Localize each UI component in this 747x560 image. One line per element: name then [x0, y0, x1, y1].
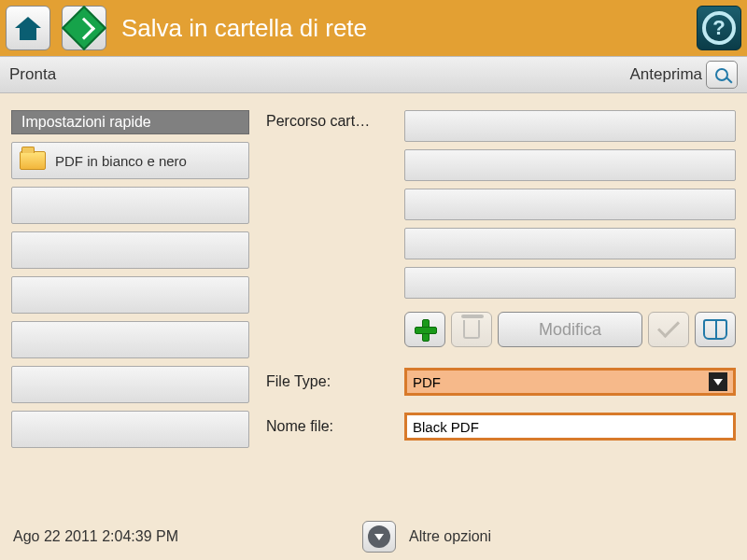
status-bar: Pronta Anteprima [0, 56, 747, 93]
more-options-label: Altre opzioni [409, 528, 491, 545]
folder-path-slot[interactable] [404, 149, 736, 181]
folder-path-list: Modifica [404, 110, 736, 347]
status-text: Pronta [9, 65, 56, 84]
quick-setting-empty[interactable] [11, 321, 249, 358]
start-button[interactable] [62, 6, 106, 50]
folder-path-slot[interactable] [404, 110, 736, 142]
quick-setting-empty[interactable] [11, 411, 249, 448]
modify-path-button: Modifica [498, 312, 642, 347]
trash-icon [463, 320, 480, 339]
help-button[interactable]: ? [697, 6, 741, 50]
quick-setting-empty[interactable] [11, 366, 249, 403]
quick-setting-empty[interactable] [11, 231, 249, 269]
start-icon [62, 6, 106, 50]
quick-setting-item[interactable]: PDF in bianco e nero [11, 142, 249, 179]
quick-setting-label: PDF in bianco e nero [55, 153, 187, 169]
path-actions: Modifica [404, 312, 736, 347]
file-type-label: File Type: [266, 373, 388, 390]
magnifier-icon [715, 68, 728, 81]
folder-icon [20, 151, 46, 170]
file-type-value: PDF [413, 374, 441, 390]
delete-path-button [451, 312, 492, 347]
chevron-down-icon [368, 525, 390, 548]
preview-button[interactable] [706, 61, 738, 89]
quick-settings-panel: Impostazioni rapide PDF in bianco e nero [11, 110, 249, 506]
work-area: Impostazioni rapide PDF in bianco e nero… [0, 93, 747, 513]
title-bar: Salva in cartella di rete ? [0, 0, 747, 56]
timestamp: Ago 22 2011 2:04:39 PM [13, 528, 349, 545]
book-icon [703, 319, 727, 340]
quick-setting-empty[interactable] [11, 276, 249, 314]
check-icon [657, 315, 680, 338]
help-icon: ? [702, 11, 736, 45]
folder-path-label: Percorso cart… [266, 110, 388, 347]
address-book-button[interactable] [695, 312, 736, 347]
folder-path-slot[interactable] [404, 267, 736, 299]
plus-icon [415, 319, 435, 340]
folder-path-slot[interactable] [404, 228, 736, 259]
file-name-label: Nome file: [266, 418, 388, 435]
quick-setting-empty[interactable] [11, 187, 249, 224]
folder-path-slot[interactable] [404, 189, 736, 220]
home-icon [15, 17, 41, 40]
form-panel: Percorso cart… Modifica File Type: PD [266, 110, 736, 506]
confirm-path-button [648, 312, 689, 347]
quick-settings-heading: Impostazioni rapide [11, 110, 249, 134]
file-name-input[interactable] [404, 413, 736, 441]
preview-label: Anteprima [630, 65, 702, 84]
modify-label: Modifica [539, 320, 601, 340]
chevron-down-icon [709, 372, 727, 391]
add-path-button[interactable] [404, 312, 445, 347]
home-button[interactable] [6, 6, 50, 50]
file-type-select[interactable]: PDF [404, 368, 736, 396]
footer: Ago 22 2011 2:04:39 PM Altre opzioni [0, 513, 747, 560]
more-options-button[interactable] [362, 521, 396, 553]
page-title: Salva in cartella di rete [121, 14, 691, 43]
